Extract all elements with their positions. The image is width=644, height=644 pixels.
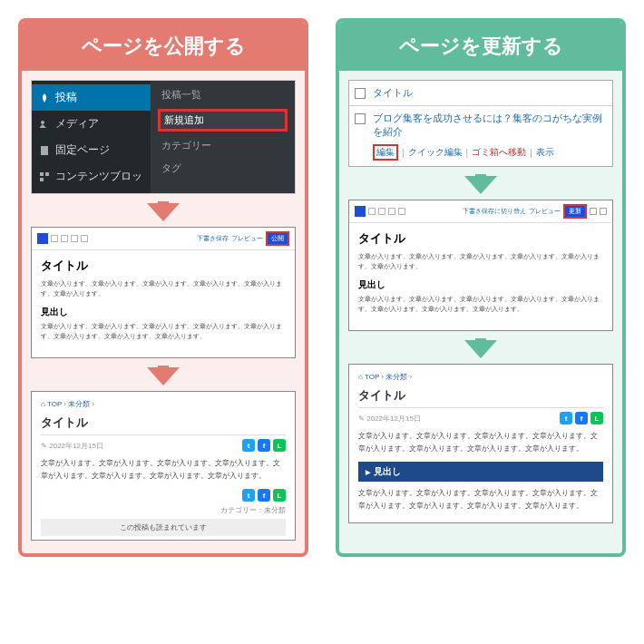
post-h2[interactable]: 見出し <box>358 278 603 291</box>
post-text[interactable]: 文章が入ります。文章が入ります。文章が入ります。文章が入ります。文章が入ります。… <box>41 322 286 341</box>
post-title-link[interactable]: ブログ集客を成功させるには？集客のコがちな実例を紹介 <box>373 112 607 139</box>
post-text[interactable]: 文章が入ります。文章が入ります。文章が入ります。文章が入ります。文章が入ります。… <box>358 295 603 314</box>
twitter-icon[interactable]: t <box>242 439 255 452</box>
tool-icon[interactable] <box>378 208 385 215</box>
tool-icon[interactable] <box>81 235 88 242</box>
sns-buttons: t f L <box>242 439 286 452</box>
wp-sub-tag[interactable]: タグ <box>158 160 288 177</box>
editor-toolbar: 下書き保存 プレビュー 公開 <box>32 228 295 250</box>
wp-menu-label: メディア <box>55 116 99 132</box>
list-header-row: タイトル <box>349 81 612 106</box>
checkbox[interactable] <box>355 88 366 99</box>
wp-menu-content-block[interactable]: コンテンツブロッ <box>32 163 151 190</box>
col-title[interactable]: タイトル <box>373 86 413 100</box>
quickedit-link[interactable]: クイック編集 <box>408 146 463 159</box>
tool-icon[interactable] <box>398 208 405 215</box>
view-link[interactable]: 表示 <box>536 146 554 159</box>
tool-icon[interactable] <box>61 235 68 242</box>
wp-main-menu: 投稿 メディア 固定ページ <box>32 81 151 193</box>
arrow-icon <box>147 367 180 385</box>
line-icon[interactable]: L <box>590 412 603 424</box>
wp-menu-label: コンテンツブロッ <box>55 169 142 184</box>
related-notice: この投稿も読まれています <box>41 519 286 536</box>
front-text: 文章が入ります。文章が入ります。文章が入ります。文章が入ります。文章が入ります。… <box>41 457 286 482</box>
post-text[interactable]: 文章が入ります。文章が入ります。文章が入ります。文章が入ります。文章が入ります。… <box>41 279 286 298</box>
wp-sub-all[interactable]: 投稿一覧 <box>158 86 288 103</box>
facebook-icon[interactable]: f <box>575 412 588 424</box>
wp-sub-new[interactable]: 新規追加 <box>158 109 288 132</box>
publish-header: ページを公開する <box>22 22 305 71</box>
tool-icon[interactable] <box>368 208 376 215</box>
front-title: タイトル <box>358 387 603 408</box>
date-row: ✎ 2022年12月15日 t f L <box>358 412 603 424</box>
crumb-cat[interactable]: 未分類 <box>68 400 90 408</box>
crumb-home[interactable]: TOP <box>365 373 379 381</box>
wp-logo-icon[interactable] <box>355 206 366 217</box>
crumb-cat[interactable]: 未分類 <box>385 373 407 381</box>
line-icon[interactable]: L <box>273 489 286 502</box>
breadcrumb: ⌂ TOP › 未分類 › <box>358 372 603 382</box>
preview-link[interactable]: プレビュー <box>231 234 263 243</box>
post-h2[interactable]: 見出し <box>41 306 286 318</box>
update-button[interactable]: 更新 <box>563 204 587 219</box>
crumb-home[interactable]: TOP <box>47 400 62 408</box>
front-title: タイトル <box>41 415 286 435</box>
svg-rect-2 <box>40 172 44 176</box>
editor-toolbar: 下書き保存に切り替え プレビュー 更新 <box>349 200 612 223</box>
editor-body: タイトル 文章が入ります。文章が入ります。文章が入ります。文章が入ります。文章が… <box>349 223 612 330</box>
more-icon[interactable] <box>600 208 607 215</box>
facebook-icon[interactable]: f <box>258 489 270 502</box>
tool-icon[interactable] <box>51 235 58 242</box>
save-draft-link[interactable]: 下書き保存 <box>197 234 229 243</box>
home-icon[interactable]: ⌂ <box>358 373 365 381</box>
publish-button[interactable]: 公開 <box>266 231 289 246</box>
front-text2: 文章が入ります。文章が入ります。文章が入ります。文章が入ります。文章が入ります。… <box>358 487 603 512</box>
publish-column: ページを公開する 投稿 メディア <box>18 18 308 557</box>
sns-buttons: t f L <box>560 412 603 424</box>
block-icon <box>39 171 50 182</box>
front-text: 文章が入ります。文章が入ります。文章が入ります。文章が入ります。文章が入ります。… <box>358 430 603 454</box>
post-title[interactable]: タイトル <box>41 258 286 274</box>
wp-sub-category[interactable]: カテゴリー <box>158 137 288 154</box>
arrow-icon <box>147 203 180 221</box>
wp-post-list: タイトル ブログ集客を成功させるには？集客のコがちな実例を紹介 編集 | クイッ… <box>348 80 613 167</box>
twitter-icon[interactable]: t <box>242 489 255 502</box>
preview-link[interactable]: プレビュー <box>529 207 561 216</box>
checkbox[interactable] <box>355 113 366 124</box>
post-date: ✎ 2022年12月15日 <box>41 441 103 451</box>
wp-menu-posts[interactable]: 投稿 <box>32 84 151 111</box>
editor-panel: 下書き保存 プレビュー 公開 タイトル 文章が入ります。文章が入ります。文章が入… <box>31 227 296 358</box>
home-icon[interactable]: ⌂ <box>41 400 47 408</box>
switch-draft-link[interactable]: 下書き保存に切り替え <box>463 207 526 216</box>
wp-menu-label: 投稿 <box>55 90 77 105</box>
update-column: ページを更新する タイトル ブログ集客を成功させるには？集客のコがちな実例を紹介… <box>336 18 626 557</box>
arrow-icon <box>464 340 497 358</box>
svg-rect-3 <box>45 172 49 176</box>
tool-icon[interactable] <box>71 235 78 242</box>
wp-menu-media[interactable]: メディア <box>32 111 151 137</box>
wp-admin-sidebar: 投稿 メディア 固定ページ <box>31 80 296 194</box>
edit-link[interactable]: 編集 <box>373 144 398 161</box>
svg-point-0 <box>41 121 44 124</box>
post-text[interactable]: 文章が入ります。文章が入ります。文章が入ります。文章が入ります。文章が入ります。… <box>358 252 603 271</box>
svg-rect-1 <box>41 146 48 155</box>
twitter-icon[interactable]: t <box>560 412 572 424</box>
breadcrumb: ⌂ TOP › 未分類 › <box>41 399 286 409</box>
wp-submenu: 投稿一覧 新規追加 カテゴリー タグ <box>151 81 296 193</box>
trash-link[interactable]: ゴミ箱へ移動 <box>472 146 526 159</box>
post-row: ブログ集客を成功させるには？集客のコがちな実例を紹介 <box>349 106 612 144</box>
post-title[interactable]: タイトル <box>358 230 603 247</box>
line-icon[interactable]: L <box>273 439 286 452</box>
update-panels: タイトル ブログ集客を成功させるには？集客のコがちな実例を紹介 編集 | クイッ… <box>339 71 622 536</box>
row-actions: 編集 | クイック編集 | ゴミ箱へ移動 | 表示 <box>349 144 612 166</box>
wp-logo-icon[interactable] <box>37 233 48 244</box>
media-icon <box>39 119 50 130</box>
facebook-icon[interactable]: f <box>258 439 270 452</box>
frontend-panel-update: ⌂ TOP › 未分類 › タイトル ✎ 2022年12月15日 t f L 文… <box>348 364 613 523</box>
publish-panels: 投稿 メディア 固定ページ <box>22 71 305 553</box>
gear-icon[interactable] <box>590 208 597 215</box>
frontend-panel: ⌂ TOP › 未分類 › タイトル ✎ 2022年12月15日 t f L 文… <box>31 391 296 541</box>
wp-menu-pages[interactable]: 固定ページ <box>32 137 151 163</box>
page-icon <box>39 145 50 156</box>
tool-icon[interactable] <box>388 208 395 215</box>
